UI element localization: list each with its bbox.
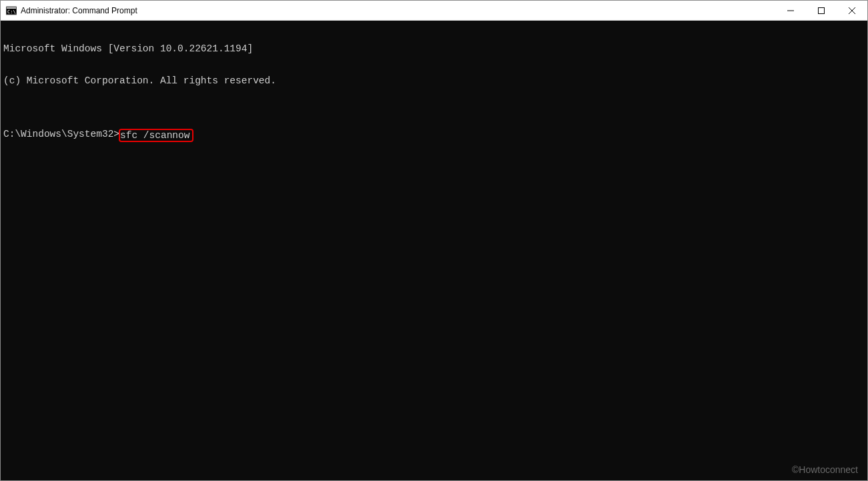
- terminal-prompt: C:\Windows\System32>: [3, 129, 119, 139]
- cmd-icon: C:\: [6, 5, 17, 16]
- command-prompt-window: C:\ Administrator: Command Prompt Micros…: [0, 0, 868, 481]
- terminal-output-line: Microsoft Windows [Version 10.0.22621.11…: [3, 43, 865, 54]
- svg-rect-4: [819, 7, 825, 13]
- svg-text:C:\: C:\: [7, 9, 16, 15]
- close-button[interactable]: [837, 1, 867, 20]
- window-controls: [775, 1, 867, 20]
- terminal-prompt-line: C:\Windows\System32>sfc /scannow: [3, 129, 865, 142]
- titlebar[interactable]: C:\ Administrator: Command Prompt: [1, 1, 867, 21]
- watermark-text: ©Howtoconnect: [792, 464, 858, 475]
- command-highlight: sfc /scannow: [119, 129, 193, 142]
- window-title: Administrator: Command Prompt: [21, 6, 775, 15]
- terminal-command: sfc /scannow: [120, 130, 189, 141]
- terminal-area[interactable]: Microsoft Windows [Version 10.0.22621.11…: [1, 21, 867, 480]
- terminal-output-line: (c) Microsoft Corporation. All rights re…: [3, 75, 865, 86]
- maximize-button[interactable]: [806, 1, 837, 20]
- minimize-button[interactable]: [775, 1, 806, 20]
- svg-rect-1: [7, 7, 16, 9]
